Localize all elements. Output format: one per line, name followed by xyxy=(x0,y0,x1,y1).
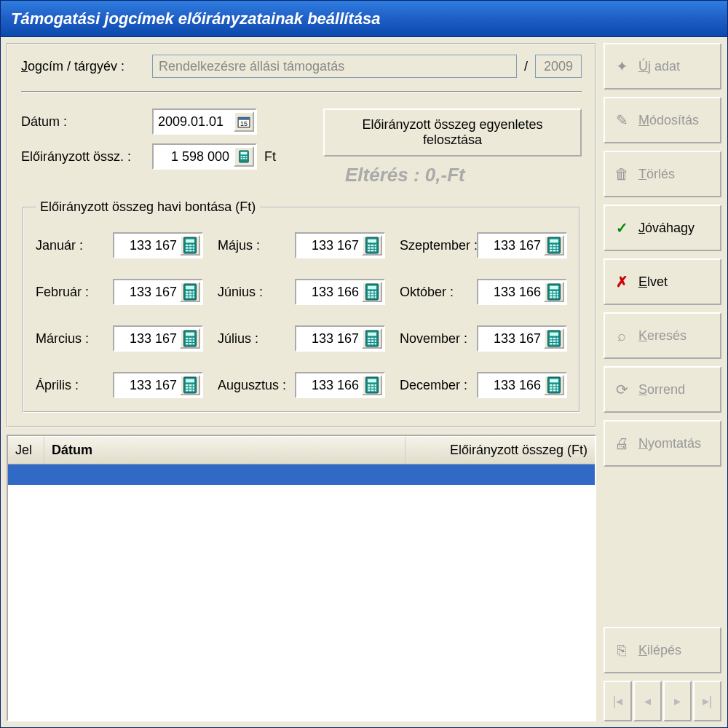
svg-rect-16 xyxy=(186,247,189,248)
svg-rect-65 xyxy=(375,296,376,298)
nav-buttons: |◂ ◂ ▸ ▸| xyxy=(604,681,721,721)
month-calc-button[interactable] xyxy=(180,235,200,256)
month-input[interactable] xyxy=(478,374,544,396)
svg-rect-75 xyxy=(553,296,556,298)
calculator-icon xyxy=(183,330,197,347)
month-cell: November : xyxy=(400,325,567,352)
svg-rect-54 xyxy=(193,296,194,298)
svg-rect-64 xyxy=(371,296,374,298)
svg-rect-60 xyxy=(368,293,371,295)
selected-row[interactable] xyxy=(8,464,595,485)
svg-rect-20 xyxy=(189,250,192,251)
svg-rect-86 xyxy=(189,343,192,344)
svg-rect-140 xyxy=(550,389,553,391)
svg-rect-49 xyxy=(186,293,189,295)
month-calc-button[interactable] xyxy=(544,282,564,302)
month-calc-button[interactable] xyxy=(362,375,382,395)
svg-rect-29 xyxy=(375,247,376,248)
svg-rect-63 xyxy=(368,296,371,298)
month-calc-button[interactable] xyxy=(544,375,564,395)
approve-button[interactable]: ✓ Jóváhagy xyxy=(604,205,721,251)
svg-rect-5 xyxy=(241,156,243,157)
svg-rect-100 xyxy=(550,333,558,336)
year-separator: / xyxy=(524,59,528,74)
svg-rect-83 xyxy=(189,340,192,341)
svg-rect-51 xyxy=(193,293,194,295)
calendar-button[interactable]: 15 xyxy=(234,111,254,132)
month-input[interactable] xyxy=(114,328,180,349)
svg-rect-84 xyxy=(193,340,194,341)
datum-input[interactable] xyxy=(154,111,234,132)
exit-button[interactable]: ⎘ Kilépés xyxy=(604,627,721,673)
svg-rect-139 xyxy=(557,387,558,388)
svg-rect-10 xyxy=(246,158,248,159)
search-button: ⌕ Keresés xyxy=(604,312,721,359)
month-calc-button[interactable] xyxy=(180,375,200,395)
svg-rect-141 xyxy=(553,389,556,391)
col-datum[interactable]: Dátum xyxy=(44,436,405,464)
month-input[interactable] xyxy=(296,281,362,303)
month-input[interactable] xyxy=(478,281,544,303)
col-osszeg[interactable]: Előirányzott összeg (Ft) xyxy=(405,436,595,464)
svg-rect-76 xyxy=(557,296,558,298)
svg-rect-69 xyxy=(553,291,556,293)
month-input[interactable] xyxy=(114,234,180,256)
svg-rect-71 xyxy=(550,293,553,295)
month-calc-button[interactable] xyxy=(544,235,564,256)
calendar-icon: 15 xyxy=(237,115,250,128)
svg-rect-138 xyxy=(553,387,556,388)
delete-button: 🗑 Törlés xyxy=(604,151,721,197)
month-label: November : xyxy=(400,331,472,347)
svg-rect-67 xyxy=(550,286,558,290)
month-calc-button[interactable] xyxy=(544,328,564,349)
svg-rect-92 xyxy=(375,338,376,339)
month-cell: Szeptember : xyxy=(400,232,567,258)
form-panel: Jogcím / tárgyév : / Dátum : 15 xyxy=(7,43,596,427)
svg-rect-80 xyxy=(189,338,192,339)
sort-button: ⟳ Sorrend xyxy=(604,366,721,413)
egyenletes-button[interactable]: Előirányzott összeg egyenletes felosztás… xyxy=(323,108,582,157)
month-cell: Február : xyxy=(36,279,203,305)
calculator-button[interactable] xyxy=(234,146,254,167)
month-input[interactable] xyxy=(296,328,362,349)
svg-rect-38 xyxy=(550,247,553,248)
month-calc-button[interactable] xyxy=(362,282,382,302)
month-input[interactable] xyxy=(114,281,180,303)
month-input[interactable] xyxy=(296,234,362,256)
reject-button[interactable]: ✗ Elvet xyxy=(604,258,721,305)
svg-rect-50 xyxy=(189,293,192,295)
svg-rect-18 xyxy=(193,247,194,248)
calculator-icon xyxy=(365,283,379,301)
calculator-icon xyxy=(237,150,250,163)
month-label: December : xyxy=(400,378,472,393)
month-calc-button[interactable] xyxy=(180,328,200,349)
svg-rect-15 xyxy=(193,245,194,246)
svg-rect-62 xyxy=(375,293,376,295)
svg-rect-52 xyxy=(186,296,189,298)
eloiranyzott-input[interactable] xyxy=(154,146,234,167)
svg-rect-4 xyxy=(241,152,248,155)
sidebar: ✦ Új adat ✎ Módosítás 🗑 Törlés ✓ Jóváhag… xyxy=(604,43,721,721)
calculator-icon xyxy=(183,237,197,254)
month-input[interactable] xyxy=(478,328,544,349)
month-calc-button[interactable] xyxy=(362,328,382,349)
calculator-icon xyxy=(547,376,561,394)
month-input[interactable] xyxy=(114,374,180,396)
month-calc-button[interactable] xyxy=(180,282,200,302)
separator xyxy=(21,91,582,92)
svg-rect-96 xyxy=(368,343,371,344)
table-body[interactable] xyxy=(8,464,595,720)
months-fieldset: Előirányzott összeg havi bontása (Ft) Ja… xyxy=(23,199,580,413)
svg-rect-37 xyxy=(557,245,558,246)
svg-rect-93 xyxy=(368,340,371,341)
svg-rect-8 xyxy=(241,158,243,159)
svg-rect-7 xyxy=(246,156,248,157)
month-input[interactable] xyxy=(296,374,362,396)
eloiranyzott-label: Előirányzott össz. : xyxy=(21,149,145,165)
month-input[interactable] xyxy=(478,234,544,256)
svg-rect-43 xyxy=(557,250,558,251)
svg-rect-133 xyxy=(550,379,558,383)
svg-rect-12 xyxy=(186,240,194,243)
month-calc-button[interactable] xyxy=(362,235,382,256)
col-jel[interactable]: Jel xyxy=(8,436,44,464)
